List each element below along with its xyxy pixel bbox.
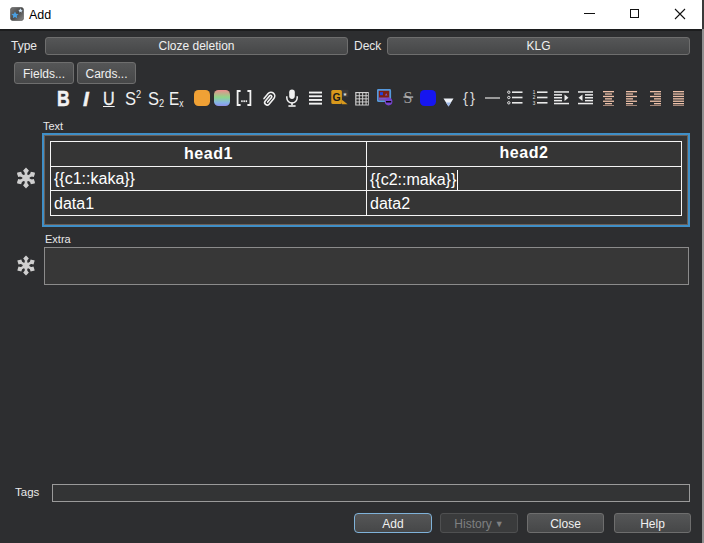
- svg-text:2: 2: [533, 95, 536, 100]
- svg-text:G: G: [333, 91, 341, 103]
- svg-text:3: 3: [533, 101, 536, 105]
- svg-text:1: 1: [533, 90, 536, 95]
- svg-text:★: ★: [343, 91, 348, 97]
